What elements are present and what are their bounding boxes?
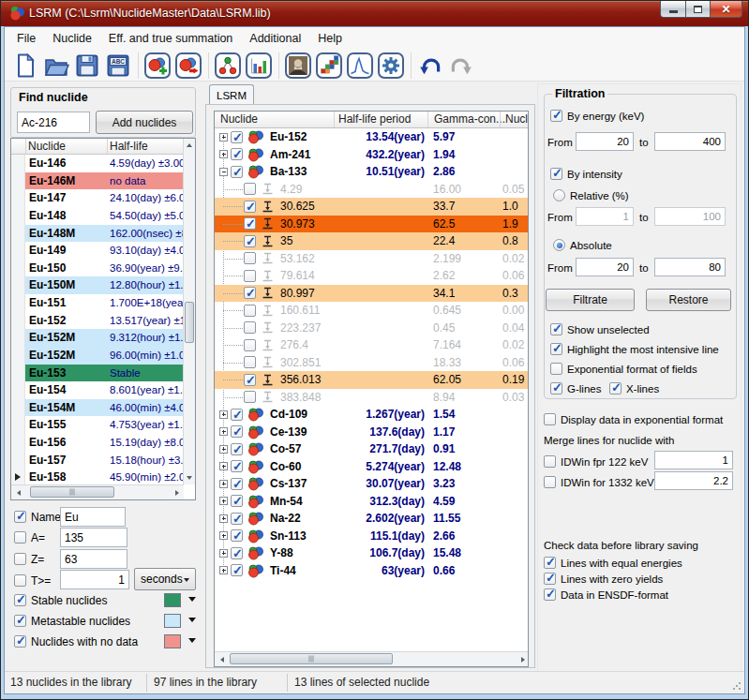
nuclide-list-header[interactable]: Nuclide Half-life bbox=[11, 139, 184, 155]
nuclide-list-hscrollbar[interactable] bbox=[11, 484, 184, 499]
nuclide-list-row[interactable]: Eu-152M9.312(hour) ±1.3 bbox=[11, 329, 184, 347]
legend-color-dropdown-icon[interactable] bbox=[188, 638, 196, 647]
tree-nuclide-row[interactable]: Am-241 432.2(year) 1.94 bbox=[215, 146, 529, 164]
t-filter-input[interactable]: 1 bbox=[60, 570, 129, 589]
expand-toggle[interactable] bbox=[219, 566, 228, 574]
check-data-checkbox[interactable] bbox=[544, 588, 556, 601]
name-filter-input[interactable]: Eu bbox=[60, 507, 126, 527]
save-as-abc-icon[interactable]: ABC bbox=[105, 52, 131, 79]
legend-color-swatch[interactable] bbox=[164, 614, 181, 628]
menu-eff[interactable]: Eff. and true summation bbox=[100, 29, 241, 48]
row-selector[interactable] bbox=[11, 155, 25, 172]
filtrate-button[interactable]: Filtrate bbox=[546, 289, 635, 311]
expand-toggle[interactable] bbox=[219, 531, 228, 540]
row-selector[interactable] bbox=[11, 225, 25, 243]
find-nuclide-input[interactable]: Ac-216 bbox=[17, 112, 90, 133]
t-filter-checkbox[interactable] bbox=[14, 574, 26, 587]
tree-line-row[interactable]: 160.611 0.645 0.00 bbox=[215, 302, 529, 320]
tree-nuclide-row[interactable]: Eu-152 13.54(year) 5.97 bbox=[215, 128, 529, 146]
tree-hscrollbar[interactable] bbox=[215, 651, 529, 666]
nuclide-checkbox[interactable] bbox=[231, 425, 243, 438]
relative-radio[interactable] bbox=[553, 189, 565, 201]
expand-toggle[interactable] bbox=[219, 480, 228, 488]
nuclide-checkbox[interactable] bbox=[231, 495, 243, 507]
nuclide-checkbox[interactable] bbox=[231, 529, 243, 542]
add-nuclides-button[interactable]: Add nuclides bbox=[96, 111, 193, 134]
undo-icon[interactable] bbox=[417, 52, 443, 79]
redo-icon[interactable] bbox=[448, 52, 474, 79]
by-intensity-checkbox[interactable] bbox=[550, 168, 562, 180]
time-unit-dropdown[interactable]: seconds bbox=[134, 568, 196, 590]
expand-toggle[interactable] bbox=[219, 445, 228, 454]
nuclide-list-row[interactable]: Eu-14724.10(day) ±6.00 bbox=[11, 189, 184, 207]
tree-line-row[interactable]: 79.614 2.62 0.06 bbox=[215, 267, 529, 285]
tree-header[interactable]: Nuclide Half-life period Gamma-con... Nu… bbox=[215, 112, 528, 128]
bar-chart-icon[interactable] bbox=[246, 52, 272, 79]
row-selector[interactable] bbox=[11, 294, 25, 312]
close-button[interactable]: ✕ bbox=[710, 1, 742, 18]
legend-color-dropdown-icon[interactable] bbox=[188, 618, 196, 626]
row-selector[interactable] bbox=[11, 189, 25, 207]
save-icon[interactable] bbox=[74, 52, 100, 79]
decay-scheme-icon[interactable] bbox=[215, 52, 241, 79]
legend-color-dropdown-icon[interactable] bbox=[188, 597, 196, 605]
line-checkbox[interactable] bbox=[244, 339, 256, 351]
absolute-from-input[interactable]: 20 bbox=[576, 258, 634, 276]
absolute-radio[interactable] bbox=[553, 239, 565, 251]
menu-file[interactable]: File bbox=[8, 29, 44, 48]
nuclide-list-row[interactable]: Eu-148M162.00(nsec) ±8 bbox=[11, 225, 184, 243]
expand-toggle[interactable] bbox=[219, 497, 228, 505]
row-selector[interactable] bbox=[11, 347, 25, 365]
row-selector[interactable] bbox=[11, 381, 25, 399]
restore-button[interactable]: Restore bbox=[646, 289, 731, 311]
name-filter-checkbox[interactable] bbox=[14, 511, 26, 523]
open-folder-icon[interactable] bbox=[43, 52, 69, 79]
row-selector[interactable] bbox=[11, 172, 25, 190]
absolute-to-input[interactable]: 80 bbox=[654, 258, 726, 276]
check-data-checkbox[interactable] bbox=[544, 557, 556, 569]
tree-line-row[interactable]: 30.625 33.7 1.0 bbox=[215, 198, 529, 216]
tree-nuclide-row[interactable]: Ti-44 63(year) 0.66 bbox=[215, 562, 529, 580]
nuclide-list-row[interactable]: Eu-14854.50(day) ±5.00 bbox=[11, 207, 184, 225]
idwin1332-checkbox[interactable] bbox=[544, 476, 556, 488]
nuclide-list-row[interactable]: Eu-150M12.80(hour) ±1.0 bbox=[11, 276, 184, 294]
row-selector[interactable] bbox=[11, 276, 25, 294]
line-checkbox[interactable] bbox=[244, 252, 256, 264]
display-exp-checkbox[interactable] bbox=[544, 413, 556, 425]
expand-toggle[interactable] bbox=[219, 150, 228, 158]
nuclide-checkbox[interactable] bbox=[231, 409, 243, 421]
x-lines-checkbox[interactable] bbox=[609, 382, 622, 395]
row-selector[interactable] bbox=[11, 312, 25, 330]
resize-grip[interactable] bbox=[732, 681, 742, 691]
idwin122-input[interactable]: 1 bbox=[654, 451, 733, 469]
add-nuclide-icon[interactable] bbox=[144, 52, 171, 79]
row-selector[interactable] bbox=[11, 399, 25, 417]
tree-line-row[interactable]: 35 22.4 0.8 bbox=[215, 232, 529, 250]
line-checkbox[interactable] bbox=[244, 235, 256, 247]
expand-toggle[interactable] bbox=[219, 514, 228, 523]
tree-line-row[interactable]: 302.851 18.33 0.06 bbox=[215, 354, 529, 372]
tree-nuclide-row[interactable]: Sn-113 115.1(day) 2.66 bbox=[215, 528, 529, 545]
relative-from-input[interactable]: 1 bbox=[576, 207, 634, 226]
settings-gear-icon[interactable] bbox=[378, 52, 404, 79]
nuclide-list-row[interactable]: Eu-154M46.00(min) ±4.00 bbox=[11, 399, 184, 417]
expand-toggle[interactable] bbox=[219, 462, 228, 470]
energy-from-input[interactable]: 20 bbox=[576, 132, 634, 151]
tree-line-row[interactable]: 80.997 34.1 0.3 bbox=[215, 285, 529, 303]
nuclide-checkbox[interactable] bbox=[231, 513, 243, 525]
legend-color-swatch[interactable] bbox=[164, 634, 181, 648]
tree-nuclide-row[interactable]: Ce-139 137.6(day) 1.17 bbox=[215, 424, 529, 441]
line-checkbox[interactable] bbox=[244, 217, 256, 230]
nuclide-list-row[interactable]: Eu-153Stable bbox=[11, 365, 184, 382]
line-checkbox[interactable] bbox=[244, 201, 256, 213]
nuclide-list-row[interactable]: Eu-146Mno data bbox=[11, 172, 184, 190]
nuclide-chart-icon[interactable] bbox=[316, 52, 342, 79]
z-filter-checkbox[interactable] bbox=[14, 553, 26, 565]
nuclide-list-row[interactable]: Eu-15036.90(year) ±9.0 bbox=[11, 260, 184, 277]
legend-checkbox[interactable] bbox=[14, 615, 26, 627]
tree-line-row[interactable]: 356.013 62.05 0.19 bbox=[215, 371, 529, 389]
row-selector[interactable] bbox=[11, 242, 25, 260]
tree-nuclide-row[interactable]: Y-88 106.7(day) 15.48 bbox=[215, 544, 529, 562]
legend-color-swatch[interactable] bbox=[164, 593, 181, 607]
nuclide-list-row[interactable]: Eu-1554.753(year) ±1.4 bbox=[11, 416, 184, 434]
